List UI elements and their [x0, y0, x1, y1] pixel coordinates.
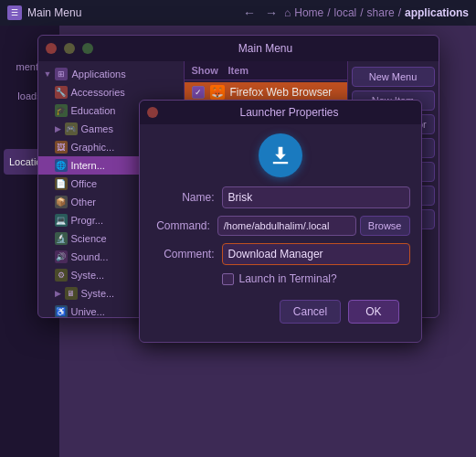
command-row: Command: Browse	[151, 216, 410, 236]
new-menu-button[interactable]: New Menu	[352, 67, 435, 87]
tree-icon-sys1: ⚙	[55, 269, 68, 282]
tree-icon-games: 🎮	[65, 122, 78, 135]
launcher-actions: Cancel OK	[151, 294, 410, 333]
tree-arrow-sys2-icon: ▶	[55, 289, 61, 298]
app-title: Main Menu	[27, 6, 81, 19]
nav-back-button[interactable]: ←	[240, 5, 259, 20]
tree-icon-acc: 🔧	[55, 86, 68, 99]
tree-icon-univ: ♿	[55, 305, 68, 317]
tree-icon-sys2: 🖥	[65, 287, 78, 300]
tree-item-accessories[interactable]: 🔧 Accessories	[38, 83, 184, 101]
app-icon: ☰	[7, 5, 22, 20]
terminal-row: Launch in Terminal?	[222, 272, 410, 285]
main-menu-dialog: Main Menu ▼ ⊞ Applications 🔧 Accessories…	[37, 35, 439, 318]
breadcrumb-sep1: /	[327, 6, 330, 19]
col-show-header: Show	[192, 65, 228, 76]
checkbox-firefox[interactable]: ✓	[192, 86, 205, 99]
command-label: Command:	[151, 219, 210, 232]
name-input[interactable]	[222, 186, 410, 208]
name-label: Name:	[151, 191, 215, 204]
breadcrumb: ⌂ Home / local / share / applications	[284, 6, 469, 19]
tree-arrow-icon: ▼	[44, 69, 52, 79]
launcher-app-icon[interactable]	[259, 133, 302, 177]
breadcrumb-sep3: /	[398, 6, 401, 19]
launcher-dialog: Launcher Properties Name:	[139, 100, 422, 343]
ok-button[interactable]: OK	[348, 300, 398, 324]
launcher-close-button[interactable]	[147, 107, 158, 118]
dialog-maximize-button[interactable]	[82, 43, 93, 54]
items-header: Show Item	[185, 61, 347, 80]
launcher-titlebar: Launcher Properties	[140, 101, 421, 124]
firefox-label: Firefox Web Browser	[230, 86, 333, 99]
tree-icon-graphics: 🖼	[55, 141, 68, 154]
dialog-minimize-button[interactable]	[64, 43, 75, 54]
browse-button[interactable]: Browse	[360, 216, 410, 236]
tree-icon-other: 📦	[55, 196, 68, 208]
terminal-checkbox[interactable]	[222, 273, 234, 285]
launcher-title: Launcher Properties	[165, 106, 414, 119]
nav-forward-button[interactable]: →	[262, 5, 280, 20]
breadcrumb-share[interactable]: share	[367, 6, 395, 19]
comment-row: Comment:	[151, 243, 410, 265]
cancel-button[interactable]: Cancel	[280, 300, 341, 324]
command-input[interactable]	[217, 216, 356, 236]
breadcrumb-local[interactable]: local	[334, 6, 357, 19]
breadcrumb-home[interactable]: Home	[294, 6, 323, 19]
tree-icon-internet: 🌐	[55, 159, 68, 172]
download-icon	[268, 143, 293, 168]
comment-input[interactable]	[222, 243, 410, 265]
tree-arrow-games-icon: ▶	[55, 124, 61, 133]
breadcrumb-sep2: /	[360, 6, 363, 19]
tree-icon-edu: 🎓	[55, 104, 68, 117]
command-input-group: Browse	[217, 216, 410, 236]
dialog-overlay: Main Menu ▼ ⊞ Applications 🔧 Accessories…	[0, 26, 476, 457]
tree-icon-office: 📄	[55, 177, 68, 190]
tree-item-applications[interactable]: ▼ ⊞ Applications	[38, 65, 184, 83]
dialog-titlebar: Main Menu	[38, 36, 439, 61]
dialog-title: Main Menu	[100, 42, 431, 55]
tree-icon-prog: 💻	[55, 214, 68, 227]
col-item-header: Item	[228, 65, 340, 76]
tree-icon-apps: ⊞	[55, 68, 68, 80]
launcher-body: Name: Command: Browse Comment:	[140, 124, 421, 342]
launcher-icon-row	[151, 133, 410, 177]
name-row: Name:	[151, 186, 410, 208]
tree-icon-science: 🔬	[55, 232, 68, 245]
terminal-label: Launch in Terminal?	[239, 272, 337, 285]
nav-buttons: ← → ⌂ Home / local / share / application…	[240, 5, 469, 20]
breadcrumb-home-icon: ⌂	[284, 6, 291, 19]
comment-label: Comment:	[151, 248, 215, 260]
firefox-icon: 🦊	[210, 85, 225, 100]
breadcrumb-current: applications	[405, 6, 469, 19]
tree-icon-sound: 🔊	[55, 250, 68, 263]
top-bar: ☰ Main Menu ← → ⌂ Home / local / share /…	[0, 0, 476, 26]
dialog-close-button[interactable]	[46, 43, 57, 54]
